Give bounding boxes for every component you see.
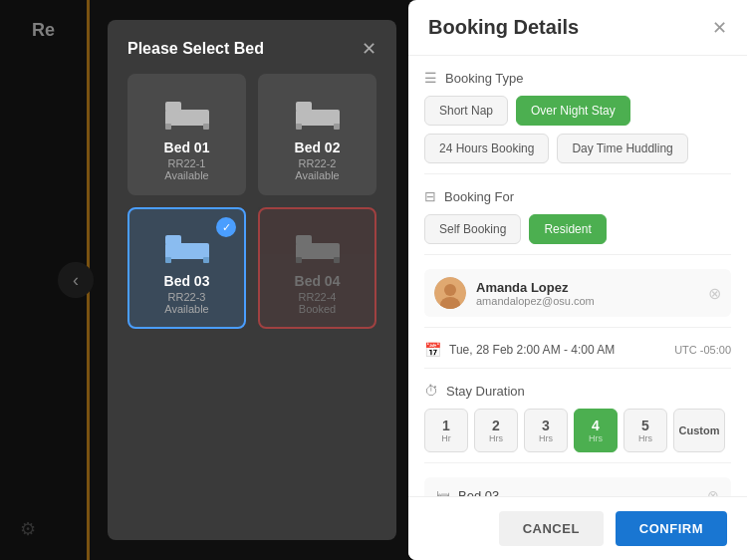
booking-for-icon: ⊟ bbox=[424, 188, 436, 204]
svg-rect-4 bbox=[296, 110, 340, 126]
booking-type-icon: ☰ bbox=[424, 70, 437, 86]
confirm-button[interactable]: CONFIRM bbox=[616, 511, 727, 546]
svg-rect-14 bbox=[296, 257, 302, 263]
duration-4hrs[interactable]: 4 Hrs bbox=[574, 409, 618, 452]
duration-buttons: 1 Hr 2 Hrs 3 Hrs 4 Hrs bbox=[424, 409, 731, 452]
duration-1hr[interactable]: 1 Hr bbox=[424, 409, 468, 452]
bed-card-01[interactable]: Bed 01 RR22-1 Available bbox=[127, 74, 246, 195]
date-row: 📅 Tue, 28 Feb 2:00 AM - 4:00 AM UTC -05:… bbox=[424, 342, 731, 358]
bed-icon-03 bbox=[161, 225, 213, 265]
svg-rect-15 bbox=[334, 257, 340, 263]
bed-field-value: Bed 03 bbox=[458, 488, 699, 497]
booking-for-resident[interactable]: Resident bbox=[529, 214, 606, 244]
booking-type-24hours[interactable]: 24 Hours Booking bbox=[424, 134, 549, 163]
booking-type-label: ☰ Booking Type bbox=[424, 70, 731, 86]
panel-header: Booking Details ✕ bbox=[408, 0, 747, 56]
user-section: Amanda Lopez amandalopez@osu.com ⊗ bbox=[424, 255, 731, 328]
bed-01-name: Bed 01 bbox=[164, 140, 210, 155]
bed-field-row: 🛏 Bed 03 ⊗ bbox=[424, 477, 731, 496]
booking-type-short-nap[interactable]: Short Nap bbox=[424, 96, 508, 126]
bed-02-name: Bed 02 bbox=[295, 140, 341, 155]
user-delete-icon[interactable]: ⊗ bbox=[708, 284, 721, 303]
bed-04-room: RR22-4 bbox=[299, 291, 337, 303]
bed-modal-close-button[interactable]: ✕ bbox=[362, 40, 376, 58]
bed-03-name: Bed 03 bbox=[164, 273, 210, 289]
svg-rect-1 bbox=[165, 102, 181, 112]
booking-for-section: ⊟ Booking For Self Booking Resident bbox=[424, 174, 731, 255]
booking-for-label: ⊟ Booking For bbox=[424, 188, 731, 204]
calendar-icon: 📅 bbox=[424, 342, 441, 358]
avatar bbox=[434, 277, 466, 309]
date-label: Tue, 28 Feb 2:00 AM - 4:00 AM bbox=[449, 343, 615, 357]
bed-02-room: RR22-2 bbox=[299, 157, 337, 169]
timezone-label: UTC -05:00 bbox=[674, 344, 731, 356]
booking-for-self[interactable]: Self Booking bbox=[424, 214, 521, 244]
stay-duration-label: ⏱ Stay Duration bbox=[424, 383, 731, 399]
bed-01-status: Available bbox=[164, 169, 208, 181]
user-row: Amanda Lopez amandalopez@osu.com ⊗ bbox=[424, 269, 731, 317]
booking-for-options: Self Booking Resident bbox=[424, 214, 731, 244]
svg-rect-0 bbox=[165, 110, 209, 126]
bed-icon-04 bbox=[292, 225, 344, 265]
bed-03-room: RR22-3 bbox=[168, 291, 206, 303]
bed-field-clear-icon[interactable]: ⊗ bbox=[707, 487, 719, 496]
duration-icon: ⏱ bbox=[424, 383, 438, 399]
panel-body: ☰ Booking Type Short Nap Over Night Stay… bbox=[408, 56, 747, 496]
user-email: amandalopez@osu.com bbox=[476, 295, 698, 307]
user-info: Amanda Lopez amandalopez@osu.com bbox=[476, 280, 698, 307]
svg-rect-10 bbox=[165, 257, 171, 263]
selected-check-badge: ✓ bbox=[216, 217, 236, 237]
bed-grid: Bed 01 RR22-1 Available Bed 02 RR22-2 Av… bbox=[127, 74, 376, 329]
bed-card-04[interactable]: Bed 04 RR22-4 Booked bbox=[258, 207, 376, 329]
booking-type-options: Short Nap Over Night Stay 24 Hours Booki… bbox=[424, 96, 731, 163]
bed-02-status: Available bbox=[295, 169, 339, 181]
booking-type-section: ☰ Booking Type Short Nap Over Night Stay… bbox=[424, 56, 731, 174]
booking-details-panel: Booking Details ✕ ☰ Booking Type Short N… bbox=[408, 0, 747, 560]
svg-rect-2 bbox=[165, 124, 171, 130]
bed-04-name: Bed 04 bbox=[295, 273, 341, 289]
duration-5hrs[interactable]: 5 Hrs bbox=[623, 409, 667, 452]
panel-close-button[interactable]: ✕ bbox=[712, 17, 727, 39]
user-name: Amanda Lopez bbox=[476, 280, 698, 295]
bed-04-status: Booked bbox=[299, 303, 336, 315]
bed-icon-01 bbox=[161, 92, 213, 132]
booking-type-overnight[interactable]: Over Night Stay bbox=[516, 96, 630, 126]
svg-point-17 bbox=[444, 284, 456, 296]
svg-rect-6 bbox=[296, 124, 302, 130]
stay-duration-section: ⏱ Stay Duration 1 Hr 2 Hrs 3 Hrs bbox=[424, 369, 731, 463]
bed-card-03[interactable]: ✓ Bed 03 RR22-3 Available bbox=[127, 207, 246, 329]
svg-rect-7 bbox=[334, 124, 340, 130]
bed-03-status: Available bbox=[164, 303, 208, 315]
panel-footer: CANCEL CONFIRM bbox=[408, 496, 747, 560]
bed-icon-02 bbox=[292, 92, 344, 132]
duration-3hrs[interactable]: 3 Hrs bbox=[524, 409, 568, 452]
bed-field-icon: 🛏 bbox=[436, 487, 450, 496]
svg-rect-3 bbox=[203, 124, 209, 130]
date-section: 📅 Tue, 28 Feb 2:00 AM - 4:00 AM UTC -05:… bbox=[424, 328, 731, 369]
svg-rect-11 bbox=[203, 257, 209, 263]
svg-rect-13 bbox=[296, 235, 312, 245]
bed-selection-modal: Please Select Bed ✕ Bed 01 RR22-1 Availa… bbox=[108, 20, 396, 540]
avatar-image bbox=[434, 277, 466, 309]
cancel-button[interactable]: CANCEL bbox=[499, 511, 604, 546]
modal-header: Please Select Bed ✕ bbox=[127, 40, 376, 58]
bed-card-02[interactable]: Bed 02 RR22-2 Available bbox=[258, 74, 376, 195]
bed-01-room: RR22-1 bbox=[168, 157, 206, 169]
booking-type-daytime[interactable]: Day Time Huddling bbox=[557, 134, 687, 163]
panel-title: Booking Details bbox=[428, 16, 579, 39]
duration-2hrs[interactable]: 2 Hrs bbox=[474, 409, 518, 452]
modal-overlay: Please Select Bed ✕ Bed 01 RR22-1 Availa… bbox=[0, 0, 747, 560]
svg-rect-5 bbox=[296, 102, 312, 112]
duration-custom[interactable]: Custom bbox=[673, 409, 725, 452]
modal-title: Please Select Bed bbox=[127, 40, 264, 58]
svg-rect-12 bbox=[296, 243, 340, 259]
svg-rect-9 bbox=[165, 235, 181, 245]
svg-rect-8 bbox=[165, 243, 209, 259]
bed-field-section: 🛏 Bed 03 ⊗ bbox=[424, 463, 731, 496]
